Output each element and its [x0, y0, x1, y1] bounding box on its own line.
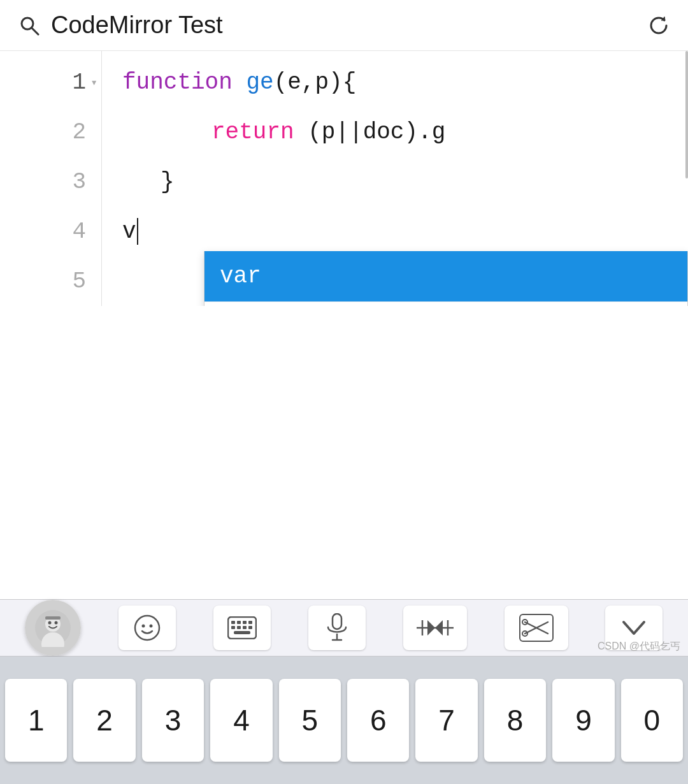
- num-key-4[interactable]: 4: [210, 679, 272, 762]
- autocomplete-item-via[interactable]: via: [204, 302, 687, 306]
- scroll-indicator: [685, 51, 688, 178]
- line-gutter: 1 ▾ 2 3 4 5: [0, 51, 102, 306]
- num-key-8[interactable]: 8: [484, 679, 546, 762]
- svg-rect-20: [234, 631, 250, 634]
- line-number-1: 1 ▾: [0, 57, 101, 107]
- code-line-3: }: [102, 157, 688, 207]
- typed-char: v: [122, 219, 136, 245]
- editor-container: 1 ▾ 2 3 4 5 function ge(e,p){ return (p|…: [0, 51, 688, 306]
- line-number-4: 4: [0, 207, 101, 256]
- svg-point-10: [150, 625, 153, 628]
- text-cursor: [137, 218, 138, 245]
- number-row-keyboard: 1 2 3 4 5 6 7 8 9 0: [0, 657, 688, 784]
- closing-brace: }: [161, 169, 175, 195]
- code-line-1: function ge(e,p){: [102, 57, 688, 107]
- keyboard-button[interactable]: [213, 606, 271, 650]
- line-number-3: 3: [0, 157, 101, 207]
- code-line-2: return (p||doc).g: [102, 107, 688, 157]
- reload-icon[interactable]: [647, 14, 670, 37]
- avatar-icon: [25, 600, 81, 656]
- svg-rect-12: [231, 621, 235, 624]
- fn-name: ge: [246, 69, 273, 96]
- svg-rect-18: [243, 626, 247, 629]
- svg-marker-25: [427, 620, 435, 635]
- svg-point-9: [142, 625, 145, 628]
- autocomplete-dropdown: var via via_gm via-fake-print via-fake-n…: [204, 251, 688, 306]
- svg-marker-26: [435, 620, 443, 635]
- code-line-4[interactable]: v: [102, 207, 688, 256]
- header-left: CodeMirror Test: [18, 11, 223, 39]
- return-expr: (p||doc).g: [294, 119, 446, 145]
- avatar-button[interactable]: [25, 600, 81, 656]
- svg-rect-15: [248, 621, 252, 624]
- svg-rect-7: [45, 616, 61, 620]
- num-key-2[interactable]: 2: [73, 679, 135, 762]
- emoji-button[interactable]: [118, 606, 176, 650]
- cursor-select-button[interactable]: [403, 606, 467, 650]
- autocomplete-item-var[interactable]: var: [204, 251, 687, 302]
- watermark: CSDN @代码乞丐: [598, 640, 680, 653]
- fn-args: (e,p){: [274, 69, 357, 96]
- num-key-6[interactable]: 6: [347, 679, 409, 762]
- keyword-function: function: [122, 69, 246, 96]
- svg-point-8: [135, 616, 159, 640]
- svg-rect-13: [237, 621, 241, 624]
- keyword-return: return: [211, 119, 294, 145]
- fold-arrow-1[interactable]: ▾: [90, 75, 97, 89]
- svg-point-5: [48, 621, 52, 625]
- header: CodeMirror Test: [0, 0, 688, 51]
- num-key-9[interactable]: 9: [552, 679, 614, 762]
- svg-line-1: [32, 28, 38, 34]
- svg-rect-19: [248, 626, 252, 629]
- num-key-0[interactable]: 0: [621, 679, 683, 762]
- page-title: CodeMirror Test: [51, 11, 223, 39]
- num-key-5[interactable]: 5: [279, 679, 341, 762]
- keyboard-toolbar: [0, 599, 688, 657]
- scissors-button[interactable]: [505, 606, 568, 650]
- svg-rect-14: [243, 621, 247, 624]
- svg-rect-16: [231, 626, 235, 629]
- svg-rect-17: [237, 626, 241, 629]
- num-key-1[interactable]: 1: [5, 679, 67, 762]
- line-number-5: 5: [0, 256, 101, 306]
- num-key-7[interactable]: 7: [415, 679, 477, 762]
- microphone-button[interactable]: [308, 606, 366, 650]
- search-icon[interactable]: [18, 14, 41, 37]
- svg-rect-21: [333, 614, 341, 629]
- code-area[interactable]: function ge(e,p){ return (p||doc).g } v …: [102, 51, 688, 306]
- line-number-2: 2: [0, 107, 101, 157]
- svg-point-6: [55, 621, 58, 625]
- num-key-3[interactable]: 3: [142, 679, 204, 762]
